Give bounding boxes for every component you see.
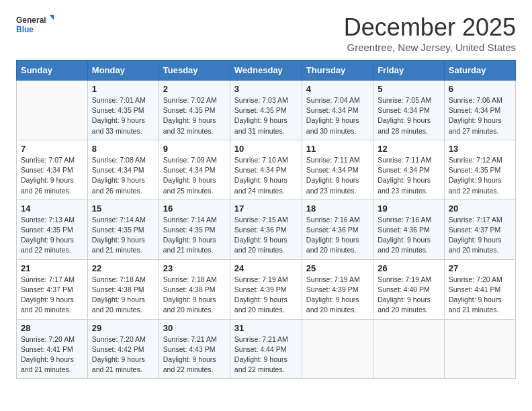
calendar-week-row: 7Sunrise: 7:07 AM Sunset: 4:34 PM Daylig…: [17, 140, 516, 199]
calendar-cell: 6Sunrise: 7:06 AM Sunset: 4:34 PM Daylig…: [444, 81, 515, 140]
cell-info: Sunrise: 7:10 AM Sunset: 4:34 PM Dayligh…: [234, 155, 298, 196]
calendar-cell: 14Sunrise: 7:13 AM Sunset: 4:35 PM Dayli…: [17, 199, 88, 259]
day-number: 17: [234, 203, 298, 214]
cell-info: Sunrise: 7:11 AM Sunset: 4:34 PM Dayligh…: [306, 155, 369, 196]
day-number: 27: [449, 263, 511, 273]
calendar-cell: [17, 81, 88, 140]
day-number: 31: [234, 323, 298, 333]
day-number: 30: [163, 323, 226, 333]
calendar-cell: 31Sunrise: 7:21 AM Sunset: 4:44 PM Dayli…: [230, 319, 302, 379]
weekday-header: Saturday: [444, 60, 515, 81]
day-number: 28: [21, 323, 83, 333]
svg-text:Blue: Blue: [16, 25, 34, 34]
day-number: 15: [92, 203, 154, 214]
day-number: 16: [163, 203, 226, 214]
calendar-cell: 11Sunrise: 7:11 AM Sunset: 4:34 PM Dayli…: [302, 140, 373, 199]
weekday-header: Monday: [87, 60, 159, 81]
cell-info: Sunrise: 7:19 AM Sunset: 4:39 PM Dayligh…: [234, 275, 298, 316]
calendar-cell: 23Sunrise: 7:18 AM Sunset: 4:38 PM Dayli…: [159, 259, 230, 319]
cell-info: Sunrise: 7:16 AM Sunset: 4:36 PM Dayligh…: [306, 215, 369, 256]
cell-info: Sunrise: 7:16 AM Sunset: 4:36 PM Dayligh…: [378, 215, 440, 256]
cell-info: Sunrise: 7:11 AM Sunset: 4:34 PM Dayligh…: [378, 155, 440, 196]
calendar-cell: 28Sunrise: 7:20 AM Sunset: 4:41 PM Dayli…: [17, 319, 88, 379]
cell-info: Sunrise: 7:17 AM Sunset: 4:37 PM Dayligh…: [21, 275, 83, 316]
calendar-week-row: 21Sunrise: 7:17 AM Sunset: 4:37 PM Dayli…: [17, 259, 516, 319]
title-block: December 2025 Greentree, New Jersey, Uni…: [344, 13, 516, 53]
day-number: 13: [449, 144, 511, 154]
calendar-cell: 24Sunrise: 7:19 AM Sunset: 4:39 PM Dayli…: [230, 259, 302, 319]
calendar-cell: [302, 319, 373, 379]
calendar-cell: [373, 319, 445, 379]
day-number: 11: [306, 144, 369, 154]
cell-info: Sunrise: 7:08 AM Sunset: 4:34 PM Dayligh…: [92, 155, 154, 196]
day-number: 20: [449, 203, 511, 214]
cell-info: Sunrise: 7:04 AM Sunset: 4:34 PM Dayligh…: [306, 95, 369, 136]
cell-info: Sunrise: 7:21 AM Sunset: 4:43 PM Dayligh…: [163, 334, 226, 375]
cell-info: Sunrise: 7:19 AM Sunset: 4:40 PM Dayligh…: [378, 275, 440, 316]
day-number: 10: [234, 144, 298, 154]
month-title: December 2025: [344, 13, 516, 42]
cell-info: Sunrise: 7:01 AM Sunset: 4:35 PM Dayligh…: [92, 95, 154, 136]
day-number: 22: [92, 263, 154, 273]
cell-info: Sunrise: 7:18 AM Sunset: 4:38 PM Dayligh…: [163, 275, 226, 316]
cell-info: Sunrise: 7:20 AM Sunset: 4:41 PM Dayligh…: [449, 275, 511, 316]
cell-info: Sunrise: 7:17 AM Sunset: 4:37 PM Dayligh…: [449, 215, 511, 256]
day-number: 23: [163, 263, 226, 273]
calendar-cell: 16Sunrise: 7:14 AM Sunset: 4:35 PM Dayli…: [159, 199, 230, 259]
logo: General Blue: [16, 13, 54, 38]
cell-info: Sunrise: 7:20 AM Sunset: 4:41 PM Dayligh…: [21, 334, 83, 375]
cell-info: Sunrise: 7:20 AM Sunset: 4:42 PM Dayligh…: [92, 334, 154, 375]
cell-info: Sunrise: 7:13 AM Sunset: 4:35 PM Dayligh…: [21, 215, 83, 256]
calendar-cell: 21Sunrise: 7:17 AM Sunset: 4:37 PM Dayli…: [17, 259, 88, 319]
calendar-cell: 9Sunrise: 7:09 AM Sunset: 4:34 PM Daylig…: [159, 140, 230, 199]
calendar-cell: 19Sunrise: 7:16 AM Sunset: 4:36 PM Dayli…: [373, 199, 445, 259]
calendar-cell: 7Sunrise: 7:07 AM Sunset: 4:34 PM Daylig…: [17, 140, 88, 199]
day-number: 25: [306, 263, 369, 273]
day-number: 2: [163, 84, 226, 94]
logo-svg: General Blue: [16, 13, 54, 38]
cell-info: Sunrise: 7:15 AM Sunset: 4:36 PM Dayligh…: [234, 215, 298, 256]
calendar-week-row: 28Sunrise: 7:20 AM Sunset: 4:41 PM Dayli…: [17, 319, 516, 379]
location: Greentree, New Jersey, United States: [344, 42, 516, 53]
calendar-cell: 2Sunrise: 7:02 AM Sunset: 4:35 PM Daylig…: [159, 81, 230, 140]
cell-info: Sunrise: 7:05 AM Sunset: 4:34 PM Dayligh…: [378, 95, 440, 136]
weekday-header: Friday: [373, 60, 445, 81]
calendar-cell: 17Sunrise: 7:15 AM Sunset: 4:36 PM Dayli…: [230, 199, 302, 259]
calendar-cell: 15Sunrise: 7:14 AM Sunset: 4:35 PM Dayli…: [87, 199, 159, 259]
day-number: 5: [378, 84, 440, 94]
day-number: 26: [378, 263, 440, 273]
calendar-cell: 10Sunrise: 7:10 AM Sunset: 4:34 PM Dayli…: [230, 140, 302, 199]
cell-info: Sunrise: 7:18 AM Sunset: 4:38 PM Dayligh…: [92, 275, 154, 316]
cell-info: Sunrise: 7:14 AM Sunset: 4:35 PM Dayligh…: [163, 215, 226, 256]
calendar-cell: 25Sunrise: 7:19 AM Sunset: 4:39 PM Dayli…: [302, 259, 373, 319]
cell-info: Sunrise: 7:09 AM Sunset: 4:34 PM Dayligh…: [163, 155, 226, 196]
calendar-table: SundayMondayTuesdayWednesdayThursdayFrid…: [16, 60, 516, 379]
calendar-cell: 18Sunrise: 7:16 AM Sunset: 4:36 PM Dayli…: [302, 199, 373, 259]
day-number: 1: [92, 84, 154, 94]
weekday-header: Thursday: [302, 60, 373, 81]
cell-info: Sunrise: 7:14 AM Sunset: 4:35 PM Dayligh…: [92, 215, 154, 256]
calendar-cell: 27Sunrise: 7:20 AM Sunset: 4:41 PM Dayli…: [444, 259, 515, 319]
calendar-cell: 13Sunrise: 7:12 AM Sunset: 4:35 PM Dayli…: [444, 140, 515, 199]
calendar-cell: 3Sunrise: 7:03 AM Sunset: 4:35 PM Daylig…: [230, 81, 302, 140]
day-number: 7: [21, 144, 83, 154]
page-header: General Blue December 2025 Greentree, Ne…: [16, 13, 516, 53]
calendar-cell: 22Sunrise: 7:18 AM Sunset: 4:38 PM Dayli…: [87, 259, 159, 319]
cell-info: Sunrise: 7:07 AM Sunset: 4:34 PM Dayligh…: [21, 155, 83, 196]
calendar-cell: 29Sunrise: 7:20 AM Sunset: 4:42 PM Dayli…: [87, 319, 159, 379]
day-number: 24: [234, 263, 298, 273]
cell-info: Sunrise: 7:03 AM Sunset: 4:35 PM Dayligh…: [234, 95, 298, 136]
calendar-cell: 5Sunrise: 7:05 AM Sunset: 4:34 PM Daylig…: [373, 81, 445, 140]
calendar-cell: 4Sunrise: 7:04 AM Sunset: 4:34 PM Daylig…: [302, 81, 373, 140]
day-number: 12: [378, 144, 440, 154]
day-number: 21: [21, 263, 83, 273]
day-number: 18: [306, 203, 369, 214]
calendar-cell: 20Sunrise: 7:17 AM Sunset: 4:37 PM Dayli…: [444, 199, 515, 259]
svg-text:General: General: [16, 15, 46, 25]
cell-info: Sunrise: 7:12 AM Sunset: 4:35 PM Dayligh…: [449, 155, 511, 196]
calendar-week-row: 1Sunrise: 7:01 AM Sunset: 4:35 PM Daylig…: [17, 81, 516, 140]
calendar-cell: 1Sunrise: 7:01 AM Sunset: 4:35 PM Daylig…: [87, 81, 159, 140]
svg-marker-2: [50, 15, 54, 20]
cell-info: Sunrise: 7:06 AM Sunset: 4:34 PM Dayligh…: [449, 95, 511, 136]
day-number: 6: [449, 84, 511, 94]
